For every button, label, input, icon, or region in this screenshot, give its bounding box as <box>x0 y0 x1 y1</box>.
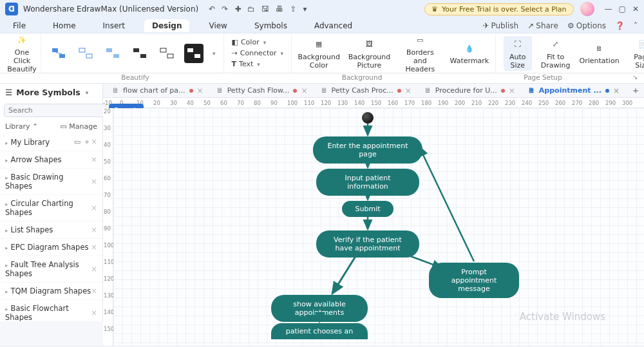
open-icon[interactable]: 🗀 <box>247 5 255 14</box>
watermark-button[interactable]: 💧Watermark <box>451 41 488 65</box>
chevron-right-icon: ▸ <box>5 140 8 146</box>
doc-tab[interactable]: 🗎Appointment ...× <box>523 85 625 97</box>
doc-tab[interactable]: 🗎flow chart of pa...× <box>107 85 209 97</box>
close-tab-icon[interactable]: × <box>301 86 307 95</box>
doc-tab[interactable]: 🗎Petty Cash Proc...× <box>316 85 417 97</box>
close-tab-icon[interactable]: × <box>405 86 412 95</box>
avatar[interactable] <box>580 2 594 16</box>
search-input[interactable] <box>4 104 106 117</box>
remove-category-icon[interactable]: × <box>91 137 97 146</box>
theme-style-2[interactable] <box>76 44 95 63</box>
close-icon[interactable]: ✕ <box>632 5 639 14</box>
doc-tab[interactable]: 🗎Procedure for U...× <box>419 85 520 97</box>
orientation-button[interactable]: 🗎Orientation <box>580 41 620 65</box>
flow-node-enter[interactable]: Enter the appointment page <box>313 136 422 164</box>
remove-category-icon[interactable]: × <box>91 286 97 295</box>
remove-category-icon[interactable]: × <box>91 203 97 212</box>
library-category[interactable]: ▸List Shapes× <box>0 221 102 239</box>
remove-category-icon[interactable]: × <box>91 177 97 186</box>
menu-symbols[interactable]: Symbols <box>247 19 295 32</box>
canvas[interactable]: Enter the appointment page Input patient… <box>113 108 644 346</box>
publish-button[interactable]: ✈ Publish <box>482 21 518 30</box>
theme-text-button[interactable]: T Text▾ <box>232 60 284 68</box>
library-category[interactable]: ▸Circular Charting Shapes× <box>0 195 102 221</box>
minimize-icon[interactable]: — <box>605 5 612 14</box>
library-category[interactable]: ▸EPC Diagram Shapes× <box>0 239 102 256</box>
remove-category-icon[interactable]: × <box>91 265 97 274</box>
fit-drawing-button[interactable]: ⤢Fit to Drawing <box>541 37 571 70</box>
print-icon[interactable]: 🖶 <box>276 5 283 14</box>
doc-tab[interactable]: 🗎Petty Cash Flow...× <box>211 85 313 97</box>
trial-banner[interactable]: ♛ Your Free Trial is over. Select a Plan <box>424 3 574 15</box>
redo-icon[interactable]: ↷ <box>222 5 228 14</box>
library-category[interactable]: ▸Fault Tree Analysis Shapes× <box>0 256 102 283</box>
bg-picture-button[interactable]: 🖼Background Picture <box>350 37 388 70</box>
library-category[interactable]: ▸My Library▭ ＋× <box>0 133 102 151</box>
library-category[interactable]: ▸TQM Diagram Shapes× <box>0 283 102 300</box>
wand-icon: ✨ <box>15 33 29 47</box>
library-category[interactable]: ▸Arrow Shapes× <box>0 151 102 169</box>
auto-size-button[interactable]: ⛶Auto Size <box>504 36 532 71</box>
bg-color-button[interactable]: ▦Background Color <box>299 37 338 70</box>
share-button[interactable]: ↗ Share <box>527 21 558 30</box>
new-icon[interactable]: ✚ <box>234 5 241 14</box>
theme-color-button[interactable]: ◧ Color▾ <box>232 38 284 46</box>
flow-node-choose[interactable]: patient chooses an <box>271 323 368 339</box>
theme-style-4[interactable] <box>130 44 149 63</box>
svg-rect-0 <box>52 48 58 52</box>
flow-node-input[interactable]: Input patient information <box>316 169 419 196</box>
options-button[interactable]: ⚙ Options <box>567 21 606 30</box>
save-icon[interactable]: 🖫 <box>261 5 269 14</box>
flow-node-prompt[interactable]: Prompt appointment message <box>429 263 519 298</box>
page-setup-dialog-icon[interactable]: ↘ <box>632 73 644 83</box>
flow-node-submit[interactable]: Submit <box>342 201 393 217</box>
menu-home[interactable]: Home <box>45 19 83 32</box>
hamburger-icon[interactable]: ☰ <box>5 88 12 97</box>
remove-category-icon[interactable]: × <box>91 308 97 317</box>
library-category[interactable]: ▸Basic Flowchart Shapes× <box>0 300 102 321</box>
flow-node-verify[interactable]: Verify if the patient have appointment <box>316 230 419 258</box>
svg-rect-6 <box>113 54 119 58</box>
qat-more-icon[interactable]: ▾ <box>303 5 307 14</box>
group-label-background: Background <box>270 73 453 83</box>
collapse-ribbon-icon[interactable]: ˄ <box>634 21 638 30</box>
menu-insert[interactable]: Insert <box>95 19 133 32</box>
close-tab-icon[interactable]: × <box>613 86 620 95</box>
fit-icon: ⤢ <box>549 37 563 52</box>
unsaved-dot-icon <box>501 89 505 93</box>
theme-style-5[interactable] <box>157 44 176 63</box>
flow-node-show[interactable]: show available appointments <box>271 295 368 322</box>
flow-start[interactable] <box>362 112 374 124</box>
page-size-button[interactable]: 📄Page Size <box>629 37 644 70</box>
unsaved-dot-icon <box>189 89 193 93</box>
menu-design[interactable]: Design <box>144 19 190 32</box>
manage-button[interactable]: ▭ Manage <box>60 122 97 131</box>
svg-line-2 <box>55 52 62 54</box>
theme-style-6[interactable] <box>184 44 204 63</box>
theme-connector-button[interactable]: ⇢ Connector▾ <box>232 49 284 57</box>
remove-category-icon[interactable]: × <box>91 225 97 234</box>
remove-category-icon[interactable]: × <box>91 155 97 164</box>
menu-file[interactable]: File <box>5 19 33 32</box>
help-icon[interactable]: ❓ <box>615 21 625 30</box>
panel-dropdown-icon[interactable]: ▾ <box>86 89 89 96</box>
close-tab-icon[interactable]: × <box>509 86 515 95</box>
panel-title: More Symbols <box>16 88 80 97</box>
maximize-icon[interactable]: ▢ <box>619 5 626 14</box>
close-tab-icon[interactable]: × <box>197 86 204 95</box>
menu-advanced[interactable]: Advanced <box>307 19 360 32</box>
theme-style-3[interactable] <box>103 44 122 63</box>
menu-view[interactable]: View <box>201 19 234 32</box>
borders-headers-button[interactable]: ▭Borders and Headers <box>401 33 440 73</box>
collapse-lib-icon[interactable]: ⌃ <box>32 122 38 131</box>
svg-rect-4 <box>86 54 92 58</box>
undo-icon[interactable]: ↶ <box>209 5 215 14</box>
one-click-beautify-button[interactable]: ✨ One Click Beautify <box>8 33 36 73</box>
library-category[interactable]: ▸Basic Drawing Shapes× <box>0 169 102 195</box>
add-tab-button[interactable]: ＋ <box>627 85 644 97</box>
unsaved-dot-icon <box>605 89 609 93</box>
theme-style-1[interactable] <box>49 44 68 63</box>
export-icon[interactable]: ⇪ <box>290 5 296 14</box>
remove-category-icon[interactable]: × <box>91 243 97 252</box>
theme-more-icon[interactable]: ▾ <box>213 50 216 57</box>
